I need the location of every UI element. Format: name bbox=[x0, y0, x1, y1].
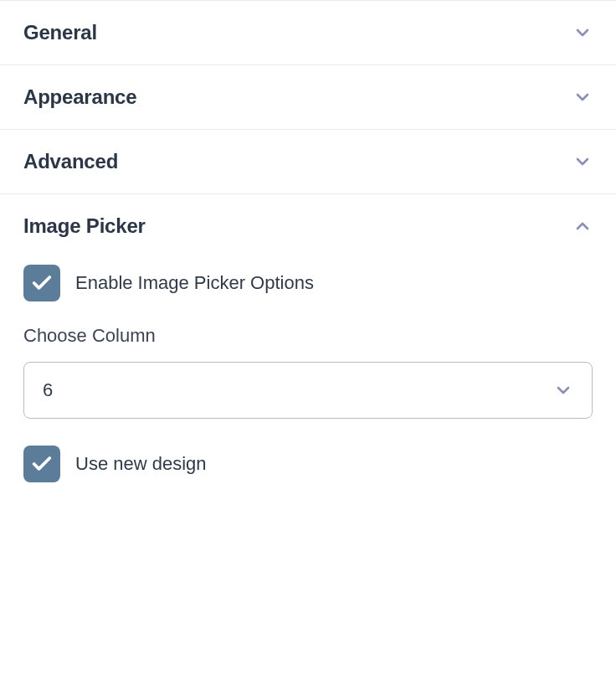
choose-column-select[interactable]: 6 bbox=[23, 362, 593, 419]
check-icon bbox=[30, 452, 54, 476]
section-advanced: Advanced bbox=[0, 129, 616, 193]
use-new-design-checkbox[interactable] bbox=[23, 446, 60, 482]
chevron-down-icon bbox=[572, 87, 593, 107]
check-icon bbox=[30, 271, 54, 295]
enable-image-picker-row: Enable Image Picker Options bbox=[23, 265, 593, 301]
section-header-advanced[interactable]: Advanced bbox=[23, 150, 593, 173]
choose-column-label: Choose Column bbox=[23, 325, 593, 347]
chevron-down-icon bbox=[572, 23, 593, 43]
use-new-design-label: Use new design bbox=[75, 453, 207, 475]
section-image-picker: Image Picker bbox=[0, 193, 616, 238]
section-header-appearance[interactable]: Appearance bbox=[23, 85, 593, 109]
section-title-advanced: Advanced bbox=[23, 150, 118, 173]
section-header-general[interactable]: General bbox=[23, 21, 593, 44]
section-title-appearance: Appearance bbox=[23, 85, 136, 109]
enable-image-picker-checkbox[interactable] bbox=[23, 265, 60, 301]
use-new-design-row: Use new design bbox=[23, 446, 593, 482]
chevron-up-icon bbox=[572, 216, 593, 236]
section-header-image-picker[interactable]: Image Picker bbox=[23, 214, 593, 238]
section-title-general: General bbox=[23, 21, 97, 44]
section-appearance: Appearance bbox=[0, 64, 616, 129]
chevron-down-icon bbox=[553, 380, 573, 400]
section-title-image-picker: Image Picker bbox=[23, 214, 146, 238]
image-picker-content: Enable Image Picker Options Choose Colum… bbox=[0, 238, 616, 492]
section-general: General bbox=[0, 0, 616, 64]
enable-image-picker-label: Enable Image Picker Options bbox=[75, 272, 314, 294]
chevron-down-icon bbox=[572, 152, 593, 172]
choose-column-value: 6 bbox=[43, 379, 53, 401]
